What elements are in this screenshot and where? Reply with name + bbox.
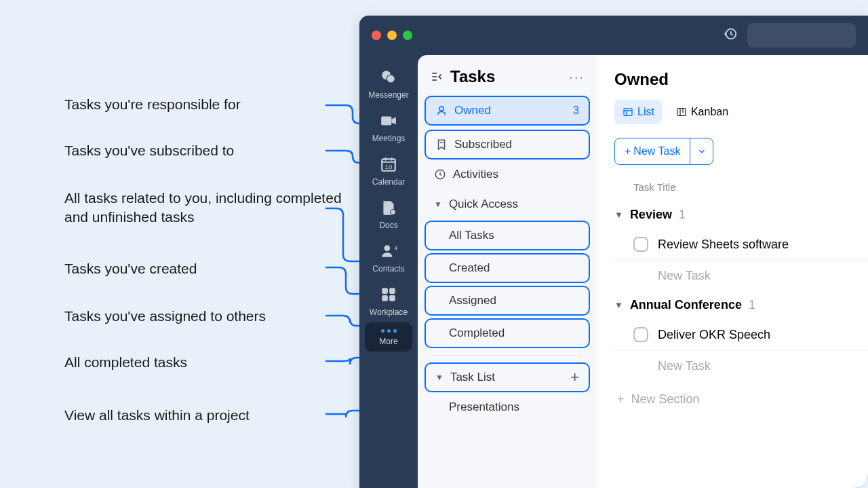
new-task-inline[interactable]: New Task <box>614 261 868 291</box>
rail-more[interactable]: More <box>365 322 412 352</box>
rail-workplace[interactable]: Workplace <box>365 279 412 322</box>
column-header-title: Task Title <box>614 181 868 201</box>
task-row[interactable]: Deliver OKR Speech <box>614 319 868 351</box>
svg-rect-18 <box>677 109 686 116</box>
svg-text:10: 10 <box>385 163 393 170</box>
rail-label: Docs <box>379 221 397 230</box>
section-annual-conference[interactable]: ▼ Annual Conference 1 <box>614 291 868 319</box>
new-task-button[interactable]: + New Task <box>615 138 690 164</box>
rail-messenger[interactable]: Messenger <box>365 62 412 105</box>
rail-docs[interactable]: Docs <box>365 192 412 236</box>
new-task-inline[interactable]: New Task <box>614 351 868 381</box>
contacts-icon: + <box>380 242 397 260</box>
sidebar-item-activities[interactable]: Activities <box>425 159 590 189</box>
tab-label: List <box>637 106 654 118</box>
qa-item-created[interactable]: Created <box>425 253 590 283</box>
messenger-icon <box>380 69 397 86</box>
new-task-button-group: + New Task <box>614 138 713 165</box>
kanban-icon <box>676 107 687 117</box>
rail-label: More <box>379 337 397 346</box>
qa-item-assigned[interactable]: Assigned <box>425 286 590 316</box>
maximize-window-button[interactable] <box>403 31 412 40</box>
docs-icon <box>380 199 397 217</box>
workplace-icon <box>380 286 397 303</box>
tab-label: Kanban <box>691 106 728 118</box>
sidebar-collapse-icon[interactable] <box>430 70 443 83</box>
task-list-item-label: Presentations <box>449 400 519 414</box>
clock-icon <box>434 168 446 181</box>
new-task-dropdown-button[interactable] <box>690 138 713 164</box>
rail-meetings[interactable]: Meetings <box>365 105 412 149</box>
annotation-assigned: Tasks you've assigned to others <box>64 307 266 326</box>
main-content: Owned List Kanban + New Task <box>597 55 868 488</box>
new-task-placeholder: New Task <box>658 359 711 373</box>
qa-item-label: Assigned <box>449 294 496 307</box>
task-checkbox[interactable] <box>633 327 648 342</box>
qa-item-label: Created <box>449 261 490 275</box>
svg-point-3 <box>387 75 395 83</box>
new-task-placeholder: New Task <box>658 269 711 283</box>
task-row[interactable]: Review Sheets software <box>614 229 868 261</box>
window-controls <box>372 31 412 40</box>
titlebar <box>359 16 868 55</box>
close-window-button[interactable] <box>372 31 381 40</box>
sidebar-item-count: 3 <box>573 105 579 117</box>
minimize-window-button[interactable] <box>387 31 397 40</box>
qa-item-label: All Tasks <box>449 229 494 242</box>
sidebar-title: Tasks <box>450 67 562 86</box>
section-review[interactable]: ▼ Review 1 <box>614 201 868 229</box>
sidebar-item-label: Subscribed <box>454 138 512 151</box>
chevron-down-icon: ▼ <box>435 373 443 382</box>
search-input[interactable] <box>747 23 856 48</box>
chevron-down-icon <box>697 147 707 156</box>
rail-label: Workplace <box>370 307 408 317</box>
chevron-down-icon: ▼ <box>614 300 623 310</box>
task-list-item-presentations[interactable]: Presentations <box>418 392 597 422</box>
annotation-created: Tasks you've created <box>64 259 197 278</box>
page-title: Owned <box>614 70 868 89</box>
button-label: New Task <box>633 145 680 157</box>
person-icon <box>435 105 448 117</box>
chevron-down-icon: ▼ <box>434 200 442 209</box>
annotation-subscribed: Tasks you've subscribed to <box>64 141 234 160</box>
calendar-icon: 10 <box>380 155 397 173</box>
rail-label: Contacts <box>372 264 404 274</box>
sidebar-item-owned[interactable]: Owned 3 <box>425 96 590 126</box>
annotation-task-list: View all tasks within a project <box>64 406 250 425</box>
quick-access-header[interactable]: ▼ Quick Access <box>425 189 590 219</box>
section-count: 1 <box>749 298 755 312</box>
button-label: New Section <box>631 392 700 407</box>
svg-rect-17 <box>624 109 632 116</box>
plus-icon: + <box>617 392 625 407</box>
app-window: Messenger Meetings 10 Calendar Docs + Co… <box>359 16 868 488</box>
chevron-down-icon: ▼ <box>614 210 623 220</box>
task-checkbox[interactable] <box>633 237 648 252</box>
task-list-header[interactable]: ▼ Task List + <box>425 362 590 392</box>
svg-point-9 <box>384 245 391 251</box>
section-name: Annual Conference <box>630 298 742 312</box>
task-title: Review Sheets software <box>658 238 789 252</box>
add-task-list-button[interactable]: + <box>570 369 579 386</box>
list-icon <box>623 107 633 117</box>
divider <box>433 355 582 356</box>
svg-point-8 <box>391 210 395 214</box>
tab-list[interactable]: List <box>614 100 663 124</box>
bookmark-icon <box>435 138 448 151</box>
video-icon <box>380 112 397 130</box>
new-section-button[interactable]: + New Section <box>614 381 868 407</box>
more-options-icon[interactable]: ··· <box>569 69 585 85</box>
annotation-owned: Tasks you're responsible for <box>64 95 241 114</box>
section-count: 1 <box>679 208 686 222</box>
qa-item-all-tasks[interactable]: All Tasks <box>425 221 590 250</box>
qa-item-completed[interactable]: Completed <box>425 318 590 348</box>
section-header-label: Task List <box>450 371 495 384</box>
section-name: Review <box>630 208 672 222</box>
rail-contacts[interactable]: + Contacts <box>365 236 412 279</box>
tab-kanban[interactable]: Kanban <box>668 100 736 124</box>
history-icon[interactable] <box>723 26 738 44</box>
rail-calendar[interactable]: 10 Calendar <box>365 149 412 192</box>
svg-text:+: + <box>394 243 397 253</box>
sidebar-item-subscribed[interactable]: Subscribed <box>425 130 590 159</box>
app-rail: Messenger Meetings 10 Calendar Docs + Co… <box>359 55 418 488</box>
annotation-completed: All completed tasks <box>64 353 187 372</box>
